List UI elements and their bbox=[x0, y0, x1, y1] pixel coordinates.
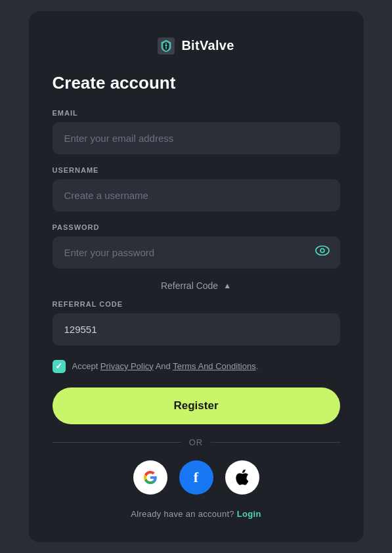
page-title: Create account bbox=[53, 73, 176, 93]
referral-code-toggle[interactable]: Referral Code ▲ bbox=[161, 280, 231, 291]
terms-label: Accept Privacy Policy And Terms And Cond… bbox=[72, 360, 259, 373]
referral-toggle-label: Referral Code bbox=[161, 280, 218, 291]
username-input[interactable] bbox=[53, 179, 340, 211]
bitvalve-logo-icon bbox=[158, 37, 175, 55]
referral-code-label: REFERRAL CODE bbox=[53, 300, 340, 308]
email-wrapper bbox=[53, 122, 340, 154]
google-icon bbox=[143, 470, 158, 485]
password-label: PASSWORD bbox=[53, 223, 340, 231]
apple-login-button[interactable] bbox=[225, 460, 259, 495]
toggle-password-icon[interactable] bbox=[315, 246, 330, 259]
svg-point-4 bbox=[320, 249, 324, 253]
login-link[interactable]: Login bbox=[237, 509, 261, 519]
username-wrapper bbox=[53, 179, 340, 211]
password-wrapper bbox=[53, 236, 340, 269]
chevron-up-icon: ▲ bbox=[223, 281, 231, 290]
divider-text: OR bbox=[189, 437, 204, 447]
apple-icon bbox=[236, 470, 249, 485]
social-login-row: f bbox=[53, 460, 340, 495]
checkmark-icon: ✓ bbox=[55, 361, 62, 371]
facebook-login-button[interactable]: f bbox=[179, 460, 213, 495]
login-prefix: Already have an account? bbox=[131, 509, 234, 519]
referral-code-section: REFERRAL CODE bbox=[53, 300, 340, 357]
referral-code-input[interactable] bbox=[53, 313, 340, 345]
google-login-button[interactable] bbox=[133, 460, 167, 495]
privacy-policy-link[interactable]: Privacy Policy bbox=[100, 361, 154, 371]
facebook-icon: f bbox=[194, 469, 198, 486]
divider-right bbox=[211, 442, 339, 443]
divider-left bbox=[53, 442, 181, 443]
divider-row: OR bbox=[53, 437, 340, 447]
svg-point-3 bbox=[316, 246, 329, 255]
password-input[interactable] bbox=[53, 236, 340, 269]
email-input[interactable] bbox=[53, 122, 340, 154]
email-label: EMAIL bbox=[53, 109, 340, 117]
terms-checkbox-row: ✓ Accept Privacy Policy And Terms And Co… bbox=[53, 360, 340, 373]
accept-terms-checkbox[interactable]: ✓ bbox=[53, 360, 66, 373]
logo-row: BitValve bbox=[158, 37, 234, 55]
terms-conditions-link[interactable]: Terms And Conditions bbox=[173, 361, 255, 371]
register-button[interactable]: Register bbox=[53, 387, 340, 424]
registration-card: BitValve Create account EMAIL USERNAME P… bbox=[29, 11, 364, 542]
login-row: Already have an account? Login bbox=[131, 509, 261, 519]
username-label: USERNAME bbox=[53, 166, 340, 174]
logo-text: BitValve bbox=[181, 38, 234, 53]
referral-code-wrapper bbox=[53, 313, 340, 345]
